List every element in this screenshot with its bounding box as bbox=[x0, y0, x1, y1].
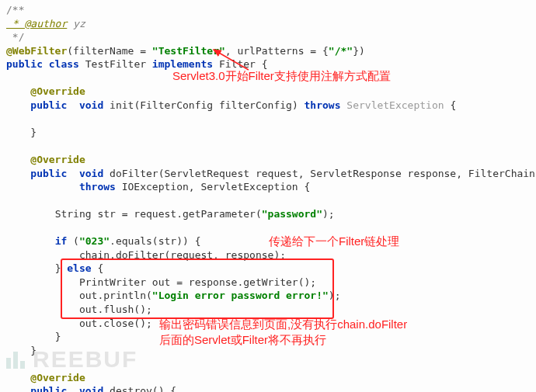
method-init: init(FilterConfig filterConfig) bbox=[103, 99, 304, 111]
highlight-box-else-body bbox=[61, 258, 334, 319]
comment-open: /** bbox=[6, 4, 24, 16]
watermark-bars-icon bbox=[6, 350, 30, 369]
watermark-text: REEBUF bbox=[33, 344, 137, 376]
comment-close: */ bbox=[6, 31, 24, 43]
watermark-logo: REEBUF bbox=[6, 344, 137, 376]
annotation-override: @Override bbox=[30, 154, 85, 165]
annotation-note-1: Servlet3.0开始Filter支持使用注解方式配置 bbox=[172, 68, 391, 84]
method-destroy: destroy() { bbox=[103, 385, 176, 392]
annotation-note-2: 传递给下一个Filter链处理 bbox=[269, 234, 399, 249]
method-dofilter: doFilter(ServletRequest request, Servlet… bbox=[103, 168, 536, 179]
comment-author-tag: * @author yz bbox=[6, 18, 85, 29]
annotation-override: @Override bbox=[30, 85, 85, 97]
annotation-webfilter: @WebFilter bbox=[6, 45, 67, 57]
annotation-note-3: 输出密码错误信息到页面,没有执行chain.doFilter 后面的Servle… bbox=[159, 317, 407, 349]
